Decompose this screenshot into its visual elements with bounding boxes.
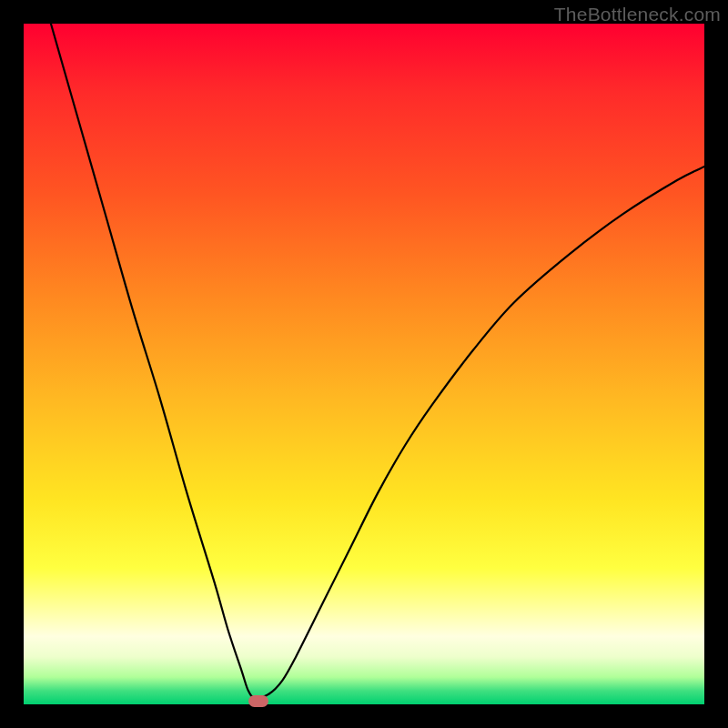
plot-area [24, 24, 704, 704]
chart-frame: TheBottleneck.com [0, 0, 728, 728]
watermark-text: TheBottleneck.com [554, 4, 721, 25]
optimal-point-marker [248, 695, 268, 707]
